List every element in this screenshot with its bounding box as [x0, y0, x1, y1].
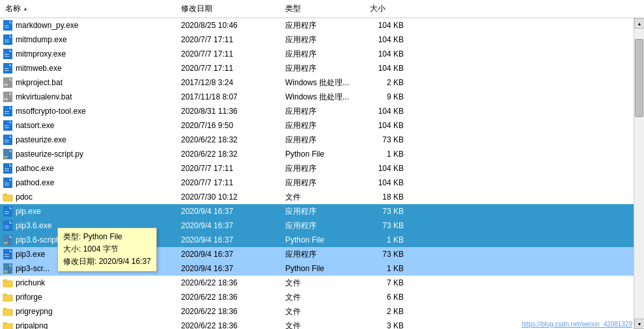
file-name-cell: pathod.exe: [0, 176, 176, 189]
table-row[interactable]: pasteurize.exe2020/6/22 18:32应用程序73 KB: [0, 133, 634, 147]
table-row[interactable]: msoffcrypto-tool.exe2020/8/31 11:36应用程序1…: [0, 104, 634, 118]
file-date: 2020/6/22 18:32: [176, 133, 280, 146]
file-date: 2020/6/22 18:36: [176, 276, 280, 289]
table-row[interactable]: bat mkvirtualenv.bat2017/11/18 8:07Windo…: [0, 90, 634, 104]
svg-rect-96: [3, 281, 12, 287]
table-row[interactable]: markdown_py.exe2020/8/25 10:46应用程序104 KB: [0, 18, 634, 33]
svg-rect-42: [5, 125, 9, 126]
file-size: 104 KB: [365, 33, 417, 46]
file-type: 应用程序: [280, 33, 365, 46]
table-row[interactable]: priforge2020/6/22 18:36文件6 KB: [0, 290, 634, 304]
exe-icon: [3, 106, 13, 116]
file-date: 2020/7/30 10:12: [176, 191, 280, 204]
svg-rect-89: [5, 254, 9, 255]
file-size: 18 KB: [365, 191, 417, 204]
file-name: pip3.6.exe: [16, 220, 51, 231]
file-name-cell: mitmweb.exe: [0, 62, 176, 75]
svg-text:py: py: [4, 155, 8, 159]
table-row[interactable]: mitmproxy.exe2020/7/7 17:11应用程序104 KB: [0, 47, 634, 61]
file-name: pasteurize-script.py: [16, 148, 83, 160]
table-row[interactable]: pathod.exe2020/7/7 17:11应用程序104 KB: [0, 176, 634, 190]
file-name-cell: py pasteurize-script.py: [0, 148, 176, 161]
svg-text:bat: bat: [4, 83, 8, 86]
svg-text:bat: bat: [4, 98, 8, 101]
file-date: 2020/9/4 16:37: [176, 233, 280, 246]
file-date: 2017/12/8 3:24: [176, 76, 280, 89]
file-name-cell: markdown_py.exe: [0, 19, 176, 32]
file-type: 应用程序: [280, 105, 365, 118]
svg-rect-73: [5, 213, 9, 214]
python-file-icon: py: [3, 149, 13, 159]
file-date: 2020/7/7 17:11: [176, 47, 280, 60]
header-col-type[interactable]: 类型: [280, 1, 365, 16]
file-size: 9 KB: [365, 90, 417, 103]
python-file-icon: py: [3, 263, 13, 274]
file-date: 2020/6/22 18:36: [176, 305, 280, 318]
file-type: 应用程序: [280, 205, 365, 218]
table-row[interactable]: prigreypng2020/6/22 18:36文件2 KB: [0, 304, 634, 319]
file-type: 文件: [280, 191, 365, 204]
exe-icon: [3, 34, 13, 45]
file-name: mitmproxy.exe: [16, 48, 66, 60]
svg-rect-67: [3, 195, 12, 201]
table-row[interactable]: mitmdump.exe2020/7/7 17:11应用程序104 KB: [0, 33, 634, 47]
file-name: prigreypng: [16, 306, 53, 317]
scroll-track[interactable]: [634, 29, 644, 319]
file-name: pathoc.exe: [16, 163, 54, 174]
file-type: 文件: [280, 319, 365, 329]
exe-icon: [3, 63, 13, 73]
file-type: 应用程序: [280, 248, 365, 261]
scroll-thumb[interactable]: [635, 39, 643, 117]
header-col-date[interactable]: 修改日期: [176, 1, 280, 16]
table-row[interactable]: pathoc.exe2020/7/7 17:11应用程序104 KB: [0, 161, 634, 176]
table-row[interactable]: mitmweb.exe2020/7/7 17:11应用程序104 KB: [0, 61, 634, 75]
file-size: 6 KB: [365, 291, 417, 304]
exe-icon: [3, 206, 13, 217]
file-type: 应用程序: [280, 162, 365, 175]
svg-rect-78: [5, 226, 9, 226]
scroll-down-arrow[interactable]: ▼: [634, 319, 644, 329]
svg-rect-48: [5, 140, 9, 140]
scrollbar[interactable]: ▲ ▼: [634, 18, 644, 329]
file-name-cell: mitmproxy.exe: [0, 47, 176, 60]
file-type: Python File: [280, 148, 365, 161]
table-row[interactable]: prichunk2020/6/22 18:36文件7 KB: [0, 276, 634, 290]
table-row[interactable]: pip.exe2020/9/4 16:37应用程序73 KB: [0, 204, 634, 218]
file-type: Windows 批处理...: [280, 90, 365, 103]
file-type: Python File: [280, 262, 365, 275]
file-type: 应用程序: [280, 19, 365, 32]
svg-rect-17: [5, 56, 9, 57]
file-size: 104 KB: [365, 176, 417, 189]
file-name-cell: natsort.exe: [0, 119, 176, 132]
header-col-size[interactable]: 大小: [365, 1, 417, 16]
file-date: 2020/9/4 16:37: [176, 248, 280, 261]
file-date: 2020/7/16 9:50: [176, 119, 280, 132]
svg-rect-98: [3, 309, 12, 315]
table-row[interactable]: pdoc2020/7/30 10:12文件18 KB: [0, 190, 634, 204]
file-date: 2020/7/7 17:11: [176, 162, 280, 175]
file-date: 2020/9/4 16:37: [176, 262, 280, 275]
svg-text:py: py: [4, 269, 8, 273]
exe-icon: [3, 178, 13, 188]
table-row[interactable]: bat mkproject.bat2017/12/8 3:24Windows 批…: [0, 75, 634, 90]
file-name: mkproject.bat: [16, 77, 63, 88]
tooltip-size-row: 大小: 1004 字节: [63, 243, 151, 256]
file-date: 2020/8/31 11:36: [176, 105, 280, 118]
file-list[interactable]: markdown_py.exe2020/8/25 10:46应用程序104 KB…: [0, 18, 634, 329]
file-tooltip: 类型: Python File 大小: 1004 字节 修改日期: 2020/9…: [57, 228, 157, 272]
file-name: pip3.exe: [16, 248, 45, 260]
file-name: prichunk: [16, 277, 45, 289]
table-row[interactable]: py pasteurize-script.py2020/6/22 18:32Py…: [0, 147, 634, 161]
table-row[interactable]: natsort.exe2020/7/16 9:50应用程序104 KB: [0, 118, 634, 133]
exe-icon: [3, 120, 13, 131]
scroll-up-arrow[interactable]: ▲: [634, 18, 644, 29]
file-name: markdown_py.exe: [16, 20, 79, 31]
file-name-cell: bat mkvirtualenv.bat: [0, 90, 176, 103]
header-col-name[interactable]: 名称 ▲: [0, 1, 176, 16]
file-name-cell: mitmdump.exe: [0, 33, 176, 46]
svg-rect-16: [5, 54, 9, 55]
file-name-cell: prichunk: [0, 276, 176, 289]
file-size: 2 KB: [365, 76, 417, 89]
file-type: 应用程序: [280, 62, 365, 75]
file-size: 1 KB: [365, 233, 417, 246]
